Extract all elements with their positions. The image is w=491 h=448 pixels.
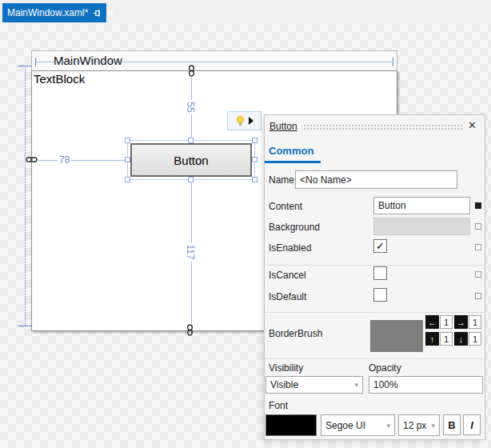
borderbrush-label: BorderBrush <box>269 328 322 339</box>
border-top-value-text: 1 <box>444 334 449 344</box>
isdefault-checkbox[interactable] <box>373 288 387 302</box>
selection-handle-w[interactable] <box>125 157 130 162</box>
textblock-element[interactable]: TextBlock <box>34 72 85 86</box>
border-thickness-bottom-value[interactable]: 1 <box>469 332 481 346</box>
selection-handle-s[interactable] <box>188 177 194 182</box>
right-arrow-icon: → <box>457 318 465 327</box>
left-guide-rail <box>25 66 26 326</box>
content-input[interactable]: Button <box>373 197 470 214</box>
properties-popup: Button ✕ Common Name <No Name> Content B… <box>264 114 485 440</box>
content-value: Button <box>378 200 406 211</box>
designed-window-titlebar[interactable]: MainWindow <box>31 50 397 70</box>
opacity-label: Opacity <box>369 362 401 374</box>
up-arrow-icon: ↑ <box>430 334 435 344</box>
dimension-line-left <box>37 160 126 161</box>
section-separator <box>265 265 485 266</box>
visibility-dropdown[interactable]: Visible ▾ <box>265 376 363 394</box>
properties-element-link[interactable]: Button <box>269 121 297 132</box>
border-left-value-text: 1 <box>444 318 449 327</box>
border-thickness-bottom-button[interactable]: ↓ <box>454 332 468 346</box>
left-arrow-icon: ← <box>428 318 437 327</box>
background-property-marker[interactable] <box>475 223 481 230</box>
isenabled-label: IsEnabled <box>269 242 311 254</box>
visibility-value: Visible <box>270 379 298 390</box>
rail-tick <box>18 326 32 326</box>
document-tab-title: MainWindow.xaml* <box>7 7 88 18</box>
font-size-value: 12 px <box>403 420 426 431</box>
border-thickness-top-value[interactable]: 1 <box>440 332 453 346</box>
tab-close-icon[interactable]: ✕ <box>106 9 114 18</box>
quick-actions-expander-icon <box>249 117 253 125</box>
margin-anchor-bottom-icon[interactable] <box>185 324 195 338</box>
rail-tick <box>393 58 393 66</box>
border-thickness-right-value[interactable]: 1 <box>469 315 481 329</box>
name-label: Name <box>269 174 294 186</box>
rail-tick <box>18 66 32 66</box>
border-bottom-value-text: 1 <box>473 334 477 344</box>
section-separator <box>265 358 485 359</box>
font-family-dropdown[interactable]: Segoe UI ▾ <box>321 414 395 436</box>
section-separator <box>265 312 485 313</box>
background-swatch[interactable] <box>373 218 470 235</box>
border-thickness-right-button[interactable]: → <box>454 315 468 329</box>
rail-tick <box>35 58 36 66</box>
iscancel-label: IsCancel <box>269 270 306 281</box>
popup-drag-handle[interactable] <box>303 124 463 131</box>
chevron-down-icon: ▾ <box>431 422 435 430</box>
visibility-label: Visibility <box>269 362 303 374</box>
isdefault-label: IsDefault <box>269 291 306 302</box>
dimension-value-left: 78 <box>58 154 71 166</box>
pin-icon[interactable] <box>93 9 102 18</box>
popup-close-icon[interactable]: ✕ <box>468 119 477 131</box>
opacity-input[interactable]: 100% <box>369 376 483 394</box>
iscancel-checkbox[interactable] <box>373 266 387 280</box>
tab-common-indicator <box>265 161 321 163</box>
checkmark-icon: ✓ <box>376 240 385 252</box>
selection-handle-sw[interactable] <box>125 177 130 182</box>
selection-handle-ne[interactable] <box>252 138 257 143</box>
quick-actions-button[interactable] <box>227 111 261 130</box>
selection-handle-nw[interactable] <box>125 138 130 143</box>
designed-window-title: MainWindow <box>54 54 122 67</box>
document-tab[interactable]: MainWindow.xaml* ✕ <box>2 3 106 22</box>
lightbulb-icon <box>235 115 246 127</box>
chevron-down-icon: ▾ <box>386 422 390 430</box>
background-label: Background <box>269 222 320 233</box>
button-element[interactable]: Button <box>130 143 252 177</box>
opacity-value: 100% <box>373 379 398 390</box>
font-color-swatch[interactable] <box>265 414 317 436</box>
isdefault-property-marker[interactable] <box>475 293 481 299</box>
bold-button[interactable]: B <box>443 414 461 435</box>
isenabled-property-marker[interactable] <box>475 244 481 250</box>
margin-anchor-left-icon[interactable] <box>26 154 38 167</box>
border-thickness-left-button[interactable]: ← <box>425 315 439 329</box>
name-value: <No Name> <box>300 174 352 186</box>
border-right-value-text: 1 <box>473 318 477 327</box>
tab-common[interactable]: Common <box>269 145 313 157</box>
vs-designer-screen: MainWindow.xaml* ✕ MainWindow TextBlock <box>0 0 491 448</box>
down-arrow-icon: ↓ <box>459 334 464 344</box>
selection-handle-se[interactable] <box>252 177 257 182</box>
borderbrush-swatch[interactable] <box>370 320 423 352</box>
chevron-down-icon: ▾ <box>354 381 358 389</box>
content-property-marker[interactable] <box>475 202 481 209</box>
italic-button[interactable]: I <box>463 414 481 435</box>
dimension-value-bottom: 117 <box>184 242 197 261</box>
isenabled-checkbox[interactable]: ✓ <box>373 239 387 253</box>
dimension-value-top: 55 <box>184 100 197 114</box>
iscancel-property-marker[interactable] <box>475 271 481 278</box>
name-input[interactable]: <No Name> <box>295 170 457 189</box>
selection-handle-n[interactable] <box>188 138 194 143</box>
content-label: Content <box>269 201 302 212</box>
font-label: Font <box>269 400 288 411</box>
border-thickness-top-button[interactable]: ↑ <box>425 332 439 346</box>
font-size-dropdown[interactable]: 12 px ▾ <box>398 414 440 436</box>
selection-handle-e[interactable] <box>252 157 257 162</box>
document-tab-bar: MainWindow.xaml* ✕ <box>0 0 491 24</box>
border-thickness-left-value[interactable]: 1 <box>440 315 453 329</box>
top-guide-rail <box>35 62 393 62</box>
font-family-value: Segoe UI <box>325 420 365 431</box>
